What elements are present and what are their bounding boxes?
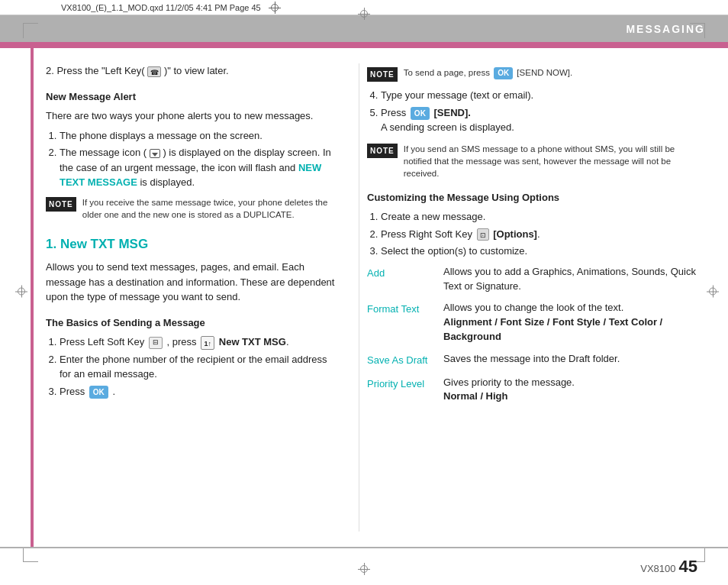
new-message-alert-title: New Message Alert xyxy=(46,89,340,105)
note-label-1: NOTE xyxy=(46,197,76,212)
feature-desc-priority-level: Gives priority to the message. Normal / … xyxy=(443,376,697,405)
note-1: NOTE If you receive the same message twi… xyxy=(46,196,340,221)
note-label-2: NOTE xyxy=(367,67,398,82)
feature-desc-add: Allows you to add a Graphics, Animations… xyxy=(443,265,697,294)
list-item: Press Left Soft Key ⊟ , press 1↑ New TXT… xyxy=(60,335,340,350)
ok-button-note2[interactable]: OK xyxy=(494,67,513,79)
step-5: Press OK [SEND]. A sending screen is dis… xyxy=(381,105,697,135)
feature-format-text: Format Text Allows you to change the loo… xyxy=(367,301,697,344)
crosshair-top xyxy=(358,8,370,22)
footer-page: VX8100 45 xyxy=(640,557,697,577)
ok-button-3[interactable]: OK xyxy=(89,386,108,399)
list-item: Press Right Soft Key ⊡ [Options]. xyxy=(381,227,697,242)
footer-model: VX8100 xyxy=(640,563,675,574)
list-item: Press OK . xyxy=(60,384,340,399)
feature-name-format-text: Format Text xyxy=(367,301,443,317)
steps-list: Type your message (text or email). Press… xyxy=(367,88,697,135)
corner-mark-tr xyxy=(690,23,705,38)
note-3: NOTE If you send an SMS message to a pho… xyxy=(367,143,697,179)
intro-line: 2. Press the "Left Key( ☎ )" to view lat… xyxy=(46,63,340,79)
left-key-icon: ☎ xyxy=(147,66,161,77)
section-1-heading: 1. New TXT MSG xyxy=(46,234,340,254)
feature-desc-format-text: Allows you to change the look of the tex… xyxy=(443,301,697,344)
step-4: Type your message (text or email). xyxy=(381,88,697,103)
main-content: 2. Press the "Left Key( ☎ )" to view lat… xyxy=(0,48,728,547)
note-text-3: If you send an SMS message to a phone wi… xyxy=(404,143,697,179)
ok-button-send[interactable]: OK xyxy=(411,107,430,120)
list-item: The phone displays a message on the scre… xyxy=(60,128,340,144)
list-item: Enter the phone number of the recipient … xyxy=(60,352,340,382)
feature-name-add: Add xyxy=(367,265,443,281)
list-item: Create a new message. xyxy=(381,209,697,225)
num-icon-1: 1↑ xyxy=(201,336,214,350)
customizing-list: Create a new message. Press Right Soft K… xyxy=(367,209,697,259)
corner-mark-tl xyxy=(23,23,38,38)
basics-list: Press Left Soft Key ⊟ , press 1↑ New TXT… xyxy=(46,335,340,399)
list-item: The message icon ( ) is displayed on the… xyxy=(60,145,340,190)
left-column: 2. Press the "Left Key( ☎ )" to view lat… xyxy=(0,48,359,547)
right-column: NOTE To send a page, press OK [SEND NOW]… xyxy=(359,48,728,547)
note-label-3: NOTE xyxy=(367,144,398,158)
feature-priority-level: Priority Level Gives priority to the mes… xyxy=(367,376,697,405)
options-icon: ⊡ xyxy=(477,228,489,241)
note-text-2: To send a page, press OK [SEND NOW]. xyxy=(404,66,572,79)
footer-page-number: 45 xyxy=(679,557,697,577)
customizing-title: Customizing the Message Using Options xyxy=(367,190,697,205)
feature-name-save-as-draft: Save As Draft xyxy=(367,352,443,368)
new-message-alert-p1: There are two ways your phone alerts you… xyxy=(46,108,340,124)
alert-list: The phone displays a message on the scre… xyxy=(46,128,340,190)
footer: VX8100 45 xyxy=(0,547,728,585)
note-2: NOTE To send a page, press OK [SEND NOW]… xyxy=(367,66,697,82)
list-item: Select the option(s) to customize. xyxy=(381,244,697,259)
note-text-1: If you receive the same message twice, y… xyxy=(82,196,340,221)
section-1-p1: Allows you to send text messages, pages,… xyxy=(46,260,340,305)
feature-add: Add Allows you to add a Graphics, Animat… xyxy=(367,265,697,294)
left-soft-key-icon: ⊟ xyxy=(149,337,163,349)
new-text-message-label: NEW TEXT MESSAGE xyxy=(60,162,321,189)
basics-title: The Basics of Sending a Message xyxy=(46,315,340,331)
feature-save-as-draft: Save As Draft Saves the message into the… xyxy=(367,352,697,368)
feature-name-priority-level: Priority Level xyxy=(367,376,443,392)
features-table: Add Allows you to add a Graphics, Animat… xyxy=(367,265,697,404)
accent-bar xyxy=(0,42,728,48)
feature-desc-save-as-draft: Saves the message into the Draft folder. xyxy=(443,352,697,367)
